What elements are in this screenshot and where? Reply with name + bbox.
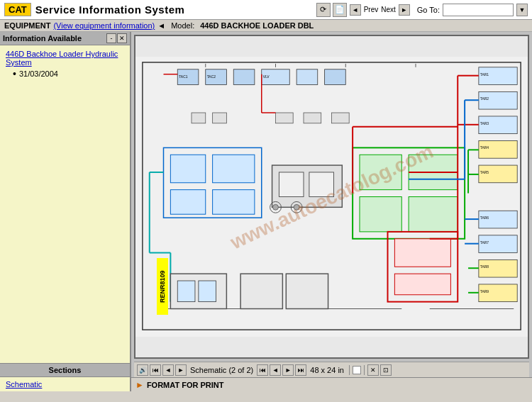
app-title: Service Information System xyxy=(35,4,185,16)
svg-rect-23 xyxy=(394,239,450,267)
svg-rect-37 xyxy=(332,113,350,123)
format-arrow-icon: ► xyxy=(135,380,144,390)
close-btn[interactable]: ✕ xyxy=(117,33,127,43)
expand-icon[interactable]: ⊡ xyxy=(380,364,392,376)
nav-speaker-icon[interactable]: 🔊 xyxy=(137,364,148,376)
prev-label: Prev xyxy=(364,6,379,13)
format-label: FORMAT FOR PRINT xyxy=(147,381,224,389)
left-panel: Information Available - ✕ 446D Backhoe L… xyxy=(0,32,131,391)
separator xyxy=(349,365,350,375)
equipment-label: EQUIPMENT xyxy=(4,21,50,30)
header-icons: ⟳ 📄 xyxy=(316,3,347,17)
bullet-icon: • xyxy=(13,68,16,79)
svg-text:TAC2: TAC2 xyxy=(207,75,216,79)
checkbox1[interactable] xyxy=(353,366,361,374)
sections-header: Sections xyxy=(0,363,130,377)
svg-rect-88 xyxy=(240,274,282,308)
svg-rect-86 xyxy=(177,281,195,302)
separator2 xyxy=(364,365,365,375)
panel-header-buttons: - ✕ xyxy=(106,33,127,43)
svg-text:TAR2: TAR2 xyxy=(480,97,489,101)
svg-text:TAR1: TAR1 xyxy=(480,73,489,77)
schematic-svg: TAC1 TAC2 VLV TAR1 TAR2 TAR3 TAR4 TAR5 T… xyxy=(135,36,528,357)
goto-input[interactable] xyxy=(443,4,514,16)
main-layout: Information Available - ✕ 446D Backhoe L… xyxy=(0,32,532,391)
svg-point-84 xyxy=(294,204,299,210)
svg-text:TAR9: TAR9 xyxy=(480,290,489,294)
nav-next2-btn[interactable]: ► xyxy=(282,364,294,376)
sections-list: Schematic xyxy=(0,377,130,391)
svg-rect-29 xyxy=(213,190,255,215)
svg-rect-34 xyxy=(213,113,227,123)
header-right: ⟳ 📄 ◄ Prev Next ► Go To: ▼ xyxy=(316,3,528,17)
next-label: Next xyxy=(381,6,396,13)
svg-text:VLV: VLV xyxy=(263,75,270,79)
doc-icon[interactable]: 📄 xyxy=(333,3,347,17)
close-icon[interactable]: ✕ xyxy=(367,364,379,376)
svg-rect-20 xyxy=(360,197,401,232)
svg-rect-36 xyxy=(304,113,321,123)
nav-prev-btn[interactable]: ◄ xyxy=(162,364,174,376)
next-nav-btn[interactable]: ► xyxy=(399,4,410,16)
header-bar: CAT Service Information System ⟳ 📄 ◄ Pre… xyxy=(0,0,532,20)
svg-point-82 xyxy=(273,204,279,210)
svg-text:TAC1: TAC1 xyxy=(179,75,187,79)
svg-rect-89 xyxy=(286,274,328,308)
nav-next-btn[interactable]: ► xyxy=(175,364,187,376)
hydraulic-system-link[interactable]: 446D Backhoe Loader Hydraulic System xyxy=(6,50,124,67)
svg-text:TAR3: TAR3 xyxy=(480,122,489,125)
nav-prev2-btn[interactable]: ◄ xyxy=(270,364,281,376)
svg-text:TAR7: TAR7 xyxy=(480,241,489,245)
svg-rect-28 xyxy=(170,190,205,215)
goto-label: Go To: xyxy=(417,6,440,14)
bottom-toolbar: 🔊 ⏮ ◄ ► Schematic (2 of 2) ⏮ ◄ ► ⏭ 48 x … xyxy=(134,362,529,377)
svg-text:TAR8: TAR8 xyxy=(480,265,489,269)
minimize-btn[interactable]: - xyxy=(106,33,116,43)
svg-rect-26 xyxy=(170,155,205,183)
content-area: TAC1 TAC2 VLV TAR1 TAR2 TAR3 TAR4 TAR5 T… xyxy=(131,32,532,391)
svg-rect-87 xyxy=(199,281,216,302)
nav-last2-btn[interactable]: ⏭ xyxy=(295,364,306,376)
svg-rect-24 xyxy=(394,274,450,295)
svg-rect-27 xyxy=(213,155,255,183)
svg-rect-33 xyxy=(192,113,206,123)
prev-nav-btn[interactable]: ◄ xyxy=(350,4,361,16)
nav-first2-btn[interactable]: ⏮ xyxy=(257,364,268,376)
svg-rect-4 xyxy=(233,69,255,85)
info-list: 446D Backhoe Loader Hydraulic System • 3… xyxy=(0,45,130,208)
date-value: 31/03/2004 xyxy=(19,69,58,78)
schematic-link[interactable]: Schematic xyxy=(6,380,42,389)
svg-text:TAR4: TAR4 xyxy=(480,146,489,150)
svg-rect-7 xyxy=(325,69,346,85)
svg-rect-6 xyxy=(297,69,318,85)
page-info: Schematic (2 of 2) xyxy=(190,366,253,374)
format-bar: ► FORMAT FOR PRINT xyxy=(131,377,532,391)
info-available-title: Information Available xyxy=(3,34,82,43)
bullet-separator: ◄ xyxy=(157,21,165,30)
size-info: 48 x 24 in xyxy=(310,366,344,374)
svg-rect-32 xyxy=(309,172,334,197)
equipment-bar: EQUIPMENT (View equipment information) ◄… xyxy=(0,20,532,32)
model-name: 446D BACKHOE LOADER DBL xyxy=(200,21,314,30)
svg-text:TAR5: TAR5 xyxy=(480,171,489,174)
svg-rect-35 xyxy=(276,113,294,123)
equipment-info-link[interactable]: (View equipment information) xyxy=(53,21,155,30)
cat-logo: CAT xyxy=(4,3,31,16)
renr-label: RENR8109 xyxy=(157,258,168,315)
svg-text:TAR6: TAR6 xyxy=(480,216,489,220)
info-available-header: Information Available - ✕ xyxy=(0,32,130,45)
info-date: • 31/03/2004 xyxy=(13,68,124,79)
svg-rect-18 xyxy=(360,155,401,189)
svg-rect-31 xyxy=(279,172,304,197)
goto-dropdown-arrow[interactable]: ▼ xyxy=(516,4,528,16)
nav-first-btn[interactable]: ⏮ xyxy=(150,364,161,376)
svg-rect-21 xyxy=(409,197,458,232)
diagram-container[interactable]: TAC1 TAC2 VLV TAR1 TAR2 TAR3 TAR4 TAR5 T… xyxy=(134,35,529,359)
refresh-icon[interactable]: ⟳ xyxy=(316,3,331,17)
model-prefix: Model: xyxy=(171,21,194,30)
